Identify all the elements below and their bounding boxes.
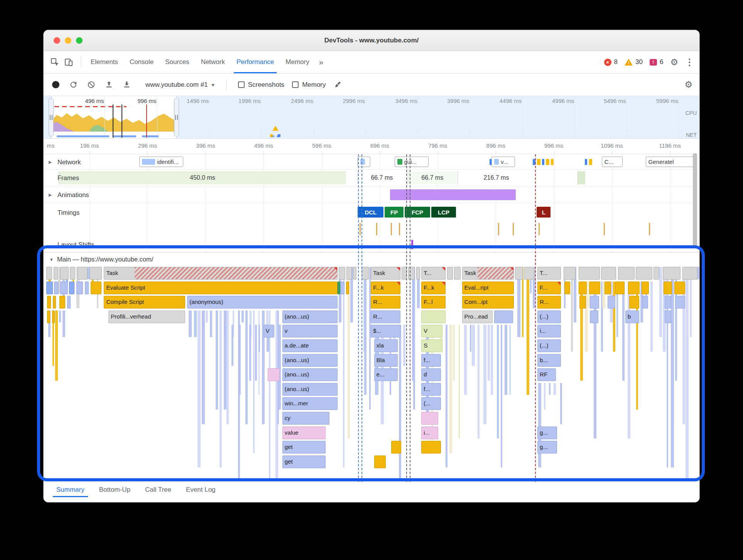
zoom-window-left-handle[interactable] xyxy=(49,98,54,137)
frame-duration-segment[interactable]: 216.7 ms xyxy=(458,171,535,184)
network-request-item[interactable]: identifi... xyxy=(139,157,183,167)
flame-event-bar[interactable]: b... xyxy=(537,354,561,367)
flame-event-bar[interactable]: Compile Script xyxy=(104,296,185,309)
flame-event-bar[interactable]: (...) xyxy=(537,310,561,323)
flame-event-bar[interactable]: R... xyxy=(371,296,400,309)
frames-track[interactable]: Frames 450.0 ms66.7 ms66.7 ms216.7 ms xyxy=(44,170,699,186)
flame-event-bar[interactable]: V xyxy=(263,325,275,337)
console-warnings-badge[interactable]: ! 30 xyxy=(625,58,643,66)
tab-memory[interactable]: Memory xyxy=(280,51,315,73)
overview-strip[interactable]: CPU NET 496 ms996 ms1496 ms1996 ms2496 m… xyxy=(44,96,699,139)
flame-event-bar[interactable]: d xyxy=(421,368,441,381)
animations-track[interactable]: ▶ Animations xyxy=(44,186,699,203)
flame-event-bar[interactable]: (... xyxy=(421,397,441,410)
timing-marker-fcp[interactable]: FCP xyxy=(405,207,430,218)
network-request-item[interactable]: gui... xyxy=(395,157,429,167)
profile-select[interactable]: www.youtube.com #1 ▾ xyxy=(145,81,214,89)
flame-event-bar[interactable]: (anonymous) xyxy=(187,296,337,309)
inspect-element-icon[interactable] xyxy=(49,56,61,68)
save-profile-icon[interactable] xyxy=(122,80,132,90)
detail-tab-summary[interactable]: Summary xyxy=(49,482,92,497)
tab-performance[interactable]: Performance xyxy=(231,51,280,73)
zoom-window-right-handle[interactable] xyxy=(174,98,179,137)
expand-icon[interactable]: ▶ xyxy=(49,159,52,164)
collapse-icon[interactable]: ▼ xyxy=(49,257,54,262)
flame-event-bar[interactable]: Com...ipt xyxy=(462,296,514,309)
flame-event-bar[interactable]: T... xyxy=(537,267,561,280)
console-errors-badge[interactable]: × 8 xyxy=(604,58,618,66)
tab-console[interactable]: Console xyxy=(124,51,159,73)
flame-event-bar[interactable]: F...l xyxy=(421,296,446,309)
frame-duration-segment[interactable]: 66.7 ms xyxy=(408,171,457,184)
flame-event-bar[interactable]: Task xyxy=(104,267,337,280)
flame-event-bar[interactable]: (ano...us) xyxy=(282,368,338,381)
flame-event-bar[interactable]: Evaluate Script xyxy=(104,282,337,294)
flame-event-bar[interactable]: cy xyxy=(282,412,329,425)
issues-badge[interactable]: ! 6 xyxy=(650,58,663,66)
vertical-scrollbar[interactable] xyxy=(693,153,697,247)
expand-icon[interactable]: ▶ xyxy=(49,192,52,197)
flame-event-bar[interactable]: f... xyxy=(421,383,441,396)
flame-event-bar[interactable]: F... xyxy=(537,282,561,294)
flame-event-bar[interactable]: a.de...ate xyxy=(282,339,338,352)
flame-event-bar[interactable]: e... xyxy=(374,368,398,381)
flame-event-bar[interactable]: i... xyxy=(421,427,438,439)
memory-checkbox[interactable]: Memory xyxy=(292,81,326,89)
flame-event-bar[interactable]: V xyxy=(421,325,442,337)
tab-elements[interactable]: Elements xyxy=(85,51,124,73)
reload-and-record-button[interactable] xyxy=(68,80,78,90)
flame-event-bar[interactable]: (ano...us) xyxy=(282,354,338,367)
tab-network[interactable]: Network xyxy=(195,51,231,73)
timings-track[interactable]: Timings DCLFPFCPLCPL xyxy=(44,203,699,221)
devtools-settings-icon[interactable]: ⚙ xyxy=(670,58,678,67)
flame-event-bar[interactable]: value xyxy=(282,427,326,439)
flame-event-bar[interactable]: b xyxy=(625,310,639,323)
frame-duration-segment[interactable]: 450.0 ms xyxy=(59,171,346,184)
flame-event-bar[interactable]: F...k xyxy=(371,282,400,294)
network-track[interactable]: ▶ Network identifi...gui...v...C...Gener… xyxy=(44,154,699,170)
record-button[interactable] xyxy=(51,80,61,90)
more-options-icon[interactable]: ⋮ xyxy=(685,58,694,67)
layout-shifts-track[interactable]: Layout Shifts xyxy=(44,237,699,252)
flame-event-bar[interactable]: f... xyxy=(421,354,441,367)
flame-event-bar[interactable]: win...mer xyxy=(282,397,338,410)
flame-event-bar[interactable]: g... xyxy=(537,427,557,439)
screenshots-checkbox[interactable]: Screenshots xyxy=(238,81,285,89)
clear-recording-button[interactable] xyxy=(86,80,96,90)
flame-event-bar[interactable]: $... xyxy=(371,325,400,337)
close-window-button[interactable] xyxy=(54,37,60,44)
flame-event-bar[interactable]: xla xyxy=(374,339,398,352)
flame-event-bar[interactable]: (...) xyxy=(537,339,561,352)
collect-garbage-icon[interactable] xyxy=(334,80,344,90)
flame-event-bar[interactable]: R... xyxy=(537,296,561,309)
flame-event-bar[interactable]: i... xyxy=(537,325,561,337)
flame-event-bar[interactable]: RF xyxy=(537,368,556,381)
flame-event-bar[interactable]: Task xyxy=(371,267,400,280)
network-request-item[interactable]: C... xyxy=(602,157,623,167)
detail-tab-event-log[interactable]: Event Log xyxy=(179,482,223,497)
network-request-item[interactable]: v... xyxy=(491,157,515,167)
flame-event-bar[interactable]: Bla xyxy=(374,354,398,367)
flame-event-bar[interactable]: Eval...ript xyxy=(462,282,514,294)
timing-marker-fp[interactable]: FP xyxy=(385,207,404,218)
flame-event-bar[interactable]: T... xyxy=(421,267,446,280)
animation-bar[interactable] xyxy=(390,189,516,200)
flame-event-bar[interactable]: get xyxy=(282,455,326,468)
timing-marker-l[interactable]: L xyxy=(537,207,550,218)
zoom-window-button[interactable] xyxy=(76,37,83,44)
timing-marker-lcp[interactable]: LCP xyxy=(431,207,456,218)
load-profile-icon[interactable] xyxy=(104,80,114,90)
overview-zoom-window[interactable] xyxy=(51,96,177,138)
detail-tab-bottom-up[interactable]: Bottom-Up xyxy=(92,482,138,497)
flame-event-bar[interactable]: Pro...ead xyxy=(462,310,493,323)
device-toolbar-icon[interactable] xyxy=(63,56,74,68)
flame-event-bar[interactable]: Profili...verhead xyxy=(108,310,185,323)
flame-event-bar[interactable]: v xyxy=(282,325,338,337)
network-request-item[interactable] xyxy=(358,157,370,167)
minimize-window-button[interactable] xyxy=(65,37,71,44)
tab-sources[interactable]: Sources xyxy=(159,51,195,73)
flame-event-bar[interactable]: (ano...us) xyxy=(282,383,338,396)
flame-event-bar[interactable]: g... xyxy=(537,441,557,454)
flame-event-bar[interactable]: S xyxy=(421,339,442,352)
flame-chart[interactable]: TaskTaskT...TaskT...Evaluate ScriptF...k… xyxy=(44,266,699,478)
